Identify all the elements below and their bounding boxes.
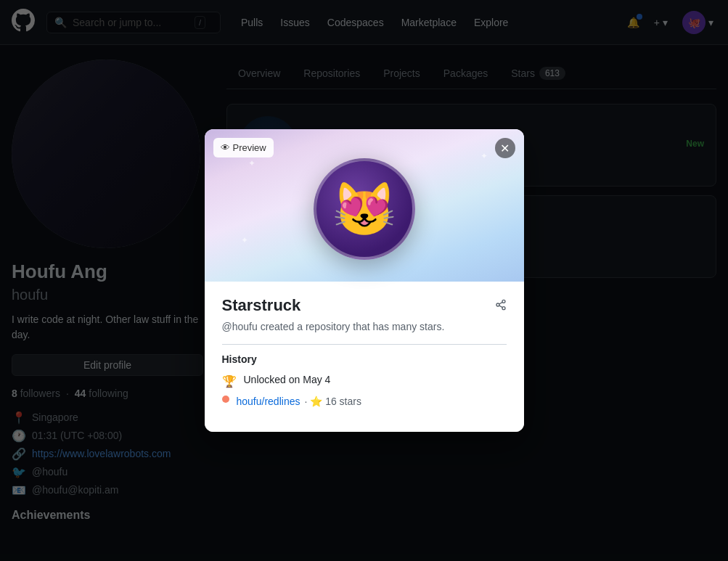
svg-line-4 <box>499 302 502 304</box>
modal-gradient: ✦ ✦ ✦ 😻 👁 Preview ✕ <box>205 129 524 282</box>
stars-label: stars <box>340 396 361 407</box>
unlock-text: Unlocked on May 4 <box>244 374 331 385</box>
svg-line-3 <box>499 306 502 308</box>
achievement-modal: ✦ ✦ ✦ 😻 👁 Preview ✕ Starstruck <box>205 129 524 432</box>
svg-point-1 <box>496 303 499 306</box>
star-decoration-1: ✦ <box>248 158 255 168</box>
modal-share-button[interactable] <box>495 298 507 314</box>
history-unlock-item: 🏆 Unlocked on May 4 <box>222 374 507 388</box>
svg-point-0 <box>502 300 505 303</box>
modal-badge-circle: 😻 <box>314 158 415 260</box>
modal-badge-emoji: 😻 <box>332 179 397 240</box>
modal-description: @houfu created a repository that has man… <box>222 321 507 332</box>
star-gold-icon: ⭐ <box>310 396 322 407</box>
modal-title: Starstruck <box>222 296 301 315</box>
history-repo-item: houfu/redlines · ⭐ 16 stars <box>222 396 507 407</box>
preview-label: Preview <box>233 142 266 153</box>
star-decoration-2: ✦ <box>241 235 248 245</box>
modal-overlay[interactable]: ✦ ✦ ✦ 😻 👁 Preview ✕ Starstruck <box>0 0 728 561</box>
stars-count: 16 <box>325 396 337 407</box>
modal-divider <box>222 344 507 345</box>
modal-preview-button[interactable]: 👁 Preview <box>213 138 274 157</box>
star-decoration-3: ✦ <box>480 151 488 161</box>
repo-stars: · ⭐ 16 stars <box>304 396 361 407</box>
svg-point-2 <box>502 306 505 309</box>
trophy-icon: 🏆 <box>222 374 237 388</box>
modal-title-row: Starstruck <box>222 296 507 315</box>
history-title: History <box>222 353 507 365</box>
modal-body: Starstruck @houfu created a repository t… <box>205 282 524 432</box>
eye-icon: 👁 <box>221 142 230 153</box>
modal-close-button[interactable]: ✕ <box>495 138 515 158</box>
repo-link[interactable]: houfu/redlines <box>237 396 300 407</box>
repo-row: houfu/redlines · ⭐ 16 stars <box>237 396 361 407</box>
repo-dot <box>222 396 229 403</box>
